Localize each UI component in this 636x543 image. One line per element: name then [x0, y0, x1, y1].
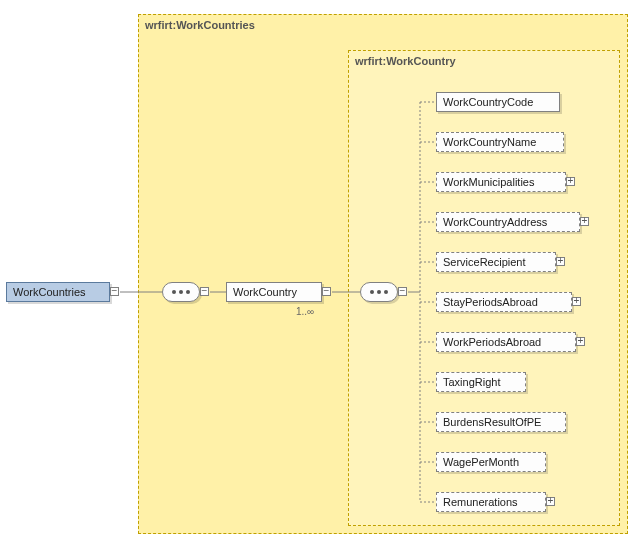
element-child-4-label: ServiceRecipient [443, 256, 526, 268]
expand-child-6[interactable] [576, 337, 585, 346]
element-child-1[interactable]: WorkCountryName [436, 132, 564, 152]
element-child-10[interactable]: Remunerations [436, 492, 546, 512]
element-child-6[interactable]: WorkPeriodsAbroad [436, 332, 576, 352]
collapse-compositor-2[interactable] [398, 287, 407, 296]
collapse-compositor-1[interactable] [200, 287, 209, 296]
expand-child-5[interactable] [572, 297, 581, 306]
element-child-0-label: WorkCountryCode [443, 96, 533, 108]
element-workcountry[interactable]: WorkCountry [226, 282, 322, 302]
element-workcountry-label: WorkCountry [233, 286, 297, 298]
element-child-2-label: WorkMunicipalities [443, 176, 535, 188]
cardinality-workcountry: 1..∞ [296, 306, 314, 317]
group-workcountry-label: wrfirt:WorkCountry [355, 55, 456, 67]
group-workcountries-label: wrfirt:WorkCountries [145, 19, 255, 31]
element-child-7[interactable]: TaxingRight [436, 372, 526, 392]
element-child-4[interactable]: ServiceRecipient [436, 252, 556, 272]
element-child-9-label: WagePerMonth [443, 456, 519, 468]
element-child-10-label: Remunerations [443, 496, 518, 508]
element-child-6-label: WorkPeriodsAbroad [443, 336, 541, 348]
element-child-8[interactable]: BurdensResultOfPE [436, 412, 566, 432]
element-child-7-label: TaxingRight [443, 376, 500, 388]
element-child-2[interactable]: WorkMunicipalities [436, 172, 566, 192]
element-child-3-label: WorkCountryAddress [443, 216, 547, 228]
expand-child-2[interactable] [566, 177, 575, 186]
collapse-workcountry[interactable] [322, 287, 331, 296]
sequence-compositor-1[interactable] [162, 282, 200, 302]
element-child-5[interactable]: StayPeriodsAbroad [436, 292, 572, 312]
element-workcountries-label: WorkCountries [13, 286, 86, 298]
collapse-workcountries[interactable] [110, 287, 119, 296]
element-child-1-label: WorkCountryName [443, 136, 536, 148]
element-child-8-label: BurdensResultOfPE [443, 416, 541, 428]
element-child-3[interactable]: WorkCountryAddress [436, 212, 580, 232]
element-child-9[interactable]: WagePerMonth [436, 452, 546, 472]
sequence-compositor-2[interactable] [360, 282, 398, 302]
element-child-5-label: StayPeriodsAbroad [443, 296, 538, 308]
expand-child-4[interactable] [556, 257, 565, 266]
expand-child-10[interactable] [546, 497, 555, 506]
element-workcountries[interactable]: WorkCountries [6, 282, 110, 302]
expand-child-3[interactable] [580, 217, 589, 226]
element-child-0[interactable]: WorkCountryCode [436, 92, 560, 112]
